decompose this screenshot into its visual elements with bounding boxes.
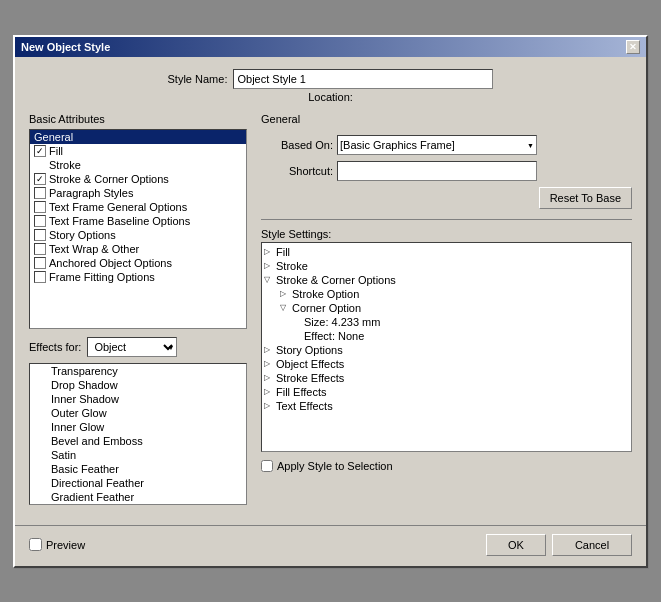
effect-label: Gradient Feather [51,491,134,503]
item-checkbox[interactable]: ✓ [34,173,46,185]
expand-icon[interactable]: ▽ [264,275,276,284]
item-label: Text Frame Baseline Options [49,215,190,227]
tree-label: Fill [276,246,290,258]
item-label: Fill [49,145,63,157]
tree-label: Fill Effects [276,386,327,398]
effect-item[interactable]: Drop Shadow [30,378,246,392]
tree-label: Stroke Effects [276,372,344,384]
expand-icon[interactable]: ▷ [264,261,276,270]
item-checkbox[interactable] [34,215,46,227]
effect-label: Basic Feather [51,463,119,475]
item-checkbox[interactable]: ✓ [34,145,46,157]
style-name-row: Style Name: [29,69,632,89]
style-name-label: Style Name: [168,73,228,85]
apply-row: Apply Style to Selection [261,460,632,472]
based-on-select-wrapper: [Basic Graphics Frame] [None] [Basic Tex… [337,135,537,155]
item-label: Text Frame General Options [49,201,187,213]
item-label: Anchored Object Options [49,257,172,269]
shortcut-input[interactable] [337,161,537,181]
basic-attributes-list[interactable]: General ✓ Fill Stroke ✓ Stro [29,129,247,329]
ok-button[interactable]: OK [486,534,546,556]
effects-list[interactable]: Transparency Drop Shadow Inner Shadow Ou… [29,363,247,505]
effect-item[interactable]: Outer Glow [30,406,246,420]
item-checkbox[interactable] [34,229,46,241]
expand-icon[interactable]: ▽ [280,303,292,312]
list-item[interactable]: Anchored Object Options [30,256,246,270]
style-settings-label: Style Settings: [261,228,632,240]
tree-item-stroke: ▷ Stroke [264,259,629,273]
effect-item[interactable]: Inner Shadow [30,392,246,406]
expand-icon[interactable]: ▷ [280,289,292,298]
list-item[interactable]: Stroke [30,158,246,172]
tree-item-size: Size: 4.233 mm [264,315,629,329]
expand-icon[interactable]: ▷ [264,359,276,368]
effect-item[interactable]: Directional Feather [30,476,246,490]
effect-label: Inner Shadow [51,393,119,405]
item-label: Frame Fitting Options [49,271,155,283]
item-checkbox[interactable] [34,271,46,283]
tree-label: Story Options [276,344,343,356]
effect-item[interactable]: Inner Glow [30,420,246,434]
tree-item-stroke-effects: ▷ Stroke Effects [264,371,629,385]
expand-icon[interactable]: ▷ [264,387,276,396]
style-settings-box[interactable]: ▷ Fill ▷ Stroke ▽ Stroke & Corner Option… [261,242,632,452]
effect-item[interactable]: Bevel and Emboss [30,434,246,448]
tree-item-text-effects: ▷ Text Effects [264,399,629,413]
main-columns: Basic Attributes General ✓ Fill [29,113,632,505]
effect-label: Satin [51,449,76,461]
list-item[interactable]: Story Options [30,228,246,242]
close-button[interactable]: ✕ [626,40,640,54]
expand-icon[interactable]: ▷ [264,345,276,354]
effect-item[interactable]: Gradient Feather [30,490,246,504]
item-checkbox[interactable] [34,187,46,199]
list-item[interactable]: ✓ Fill [30,144,246,158]
effect-label: Directional Feather [51,477,144,489]
list-item[interactable]: Text Frame Baseline Options [30,214,246,228]
list-item[interactable]: Paragraph Styles [30,186,246,200]
item-label: Text Wrap & Other [49,243,139,255]
title-bar: New Object Style ✕ [15,37,646,57]
cancel-button[interactable]: Cancel [552,534,632,556]
tree-label: Size: 4.233 mm [304,316,380,328]
list-item[interactable]: General [30,130,246,144]
effect-label: Drop Shadow [51,379,118,391]
item-checkbox[interactable] [34,201,46,213]
effect-item[interactable]: Satin [30,448,246,462]
list-item[interactable]: Text Frame General Options [30,200,246,214]
tree-label: Object Effects [276,358,344,370]
tree-item-effect: Effect: None [264,329,629,343]
dialog-body: Style Name: Location: Basic Attributes G… [15,57,646,517]
expand-icon[interactable]: ▷ [264,247,276,256]
title-bar-buttons: ✕ [626,40,640,54]
apply-checkbox[interactable] [261,460,273,472]
list-item[interactable]: Text Wrap & Other [30,242,246,256]
list-item[interactable]: Frame Fitting Options [30,270,246,284]
tree-label: Effect: None [304,330,364,342]
based-on-label: Based On: [261,139,333,151]
button-group: OK Cancel [486,534,632,556]
preview-checkbox[interactable] [29,538,42,551]
tree-item-corner-option: ▽ Corner Option [264,301,629,315]
tree-label: Stroke [276,260,308,272]
tree-item-object-effects: ▷ Object Effects [264,357,629,371]
apply-label: Apply Style to Selection [277,460,393,472]
effect-item[interactable]: Basic Feather [30,462,246,476]
effect-item[interactable]: Transparency [30,364,246,378]
left-column: Basic Attributes General ✓ Fill [29,113,247,505]
list-item[interactable]: ✓ Stroke & Corner Options [30,172,246,186]
reset-to-base-button[interactable]: Reset To Base [539,187,632,209]
tree-item-fill: ▷ Fill [264,245,629,259]
right-column: General Based On: [Basic Graphics Frame]… [261,113,632,505]
item-label: Story Options [49,229,116,241]
preview-row: Preview [29,538,85,551]
style-name-input[interactable] [233,69,493,89]
expand-icon[interactable]: ▷ [264,373,276,382]
tree-label: Text Effects [276,400,333,412]
based-on-select[interactable]: [Basic Graphics Frame] [None] [Basic Tex… [337,135,537,155]
effects-for-select[interactable]: Object Fill Stroke Text [87,337,177,357]
dialog-title: New Object Style [21,41,110,53]
item-checkbox[interactable] [34,257,46,269]
expand-icon[interactable]: ▷ [264,401,276,410]
item-checkbox[interactable] [34,243,46,255]
shortcut-label: Shortcut: [261,165,333,177]
